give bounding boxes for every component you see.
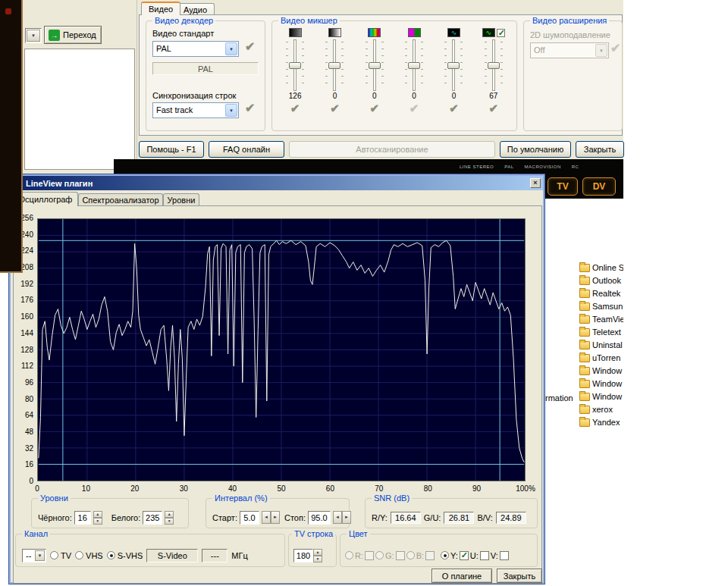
folder-item[interactable]: Window (579, 364, 623, 377)
start-spinner[interactable]: ◄► (262, 511, 280, 524)
slider-thumb[interactable] (488, 62, 500, 69)
radio-svhs[interactable]: S-VHS (107, 551, 143, 560)
frequency-display: --- (202, 549, 228, 562)
close-plugin-label: Закрыть (504, 572, 535, 581)
checkbox-y[interactable] (460, 551, 469, 560)
video-standard-value: PAL (156, 44, 171, 53)
apply-check-icon[interactable]: ✔ (245, 101, 255, 115)
autoscan-button: Автосканирование (289, 141, 495, 158)
about-plugin-button[interactable]: О плагине (431, 569, 492, 583)
folder-item[interactable]: xerox (579, 403, 623, 415)
stop-label: Стоп: (284, 513, 306, 522)
mixer-slider[interactable] (405, 39, 423, 91)
close-plugin-button[interactable]: Закрыть (497, 569, 542, 583)
mixer-slider[interactable] (444, 39, 463, 91)
folder-item[interactable]: TeamVie (579, 312, 623, 325)
folder-item[interactable]: Uninstal (579, 338, 623, 351)
stop-input[interactable]: 95.0 (308, 511, 331, 525)
dv-button[interactable]: DV (582, 177, 616, 196)
title-bar[interactable]: LineView плагин × (11, 176, 543, 190)
help-button[interactable]: Помощь - F1 (139, 141, 204, 158)
radio-tv[interactable]: TV (50, 551, 71, 560)
slider-thumb[interactable] (369, 62, 381, 69)
faq-button[interactable]: FAQ онлайн (209, 141, 284, 158)
go-arrow-icon: → (49, 30, 60, 41)
black-level-input[interactable]: 16 (74, 511, 91, 525)
mixer-slider[interactable] (485, 39, 503, 91)
mixer-slider[interactable] (325, 39, 344, 91)
checkbox-v[interactable] (500, 551, 509, 560)
sync-combo[interactable]: Fast track ▼ (152, 102, 239, 118)
folder-item[interactable]: Yandex (579, 415, 623, 428)
tab-video[interactable]: Видео (141, 2, 180, 15)
radio-y[interactable] (441, 551, 449, 559)
tv-button[interactable]: TV (548, 177, 578, 196)
sharpness-icon (447, 28, 460, 37)
tab-video-label: Видео (149, 5, 173, 14)
dv-button-label: DV (593, 181, 606, 192)
group-title: Канал (22, 529, 50, 539)
folder-label: Uninstal (592, 340, 623, 349)
tv-button-label: TV (557, 181, 568, 192)
tab-levels[interactable]: Уровни (163, 193, 199, 206)
white-level-spinner[interactable]: ▲▼ (165, 511, 174, 525)
channel-combo[interactable]: -- ▼ (22, 549, 46, 562)
y-axis-label: 32 (14, 444, 36, 453)
folder-label: Window (592, 379, 622, 388)
apply-check-icon[interactable]: ✔ (370, 102, 380, 115)
tab-levels-label: Уровни (168, 196, 196, 205)
chevron-down-icon[interactable]: ▼ (225, 42, 237, 55)
slider-thumb[interactable] (289, 62, 301, 69)
start-input[interactable]: 5.0 (240, 511, 259, 525)
folder-item[interactable]: Outlook (579, 274, 623, 287)
radio-vhs[interactable]: VHS (75, 551, 103, 560)
apply-check-icon[interactable]: ✔ (449, 102, 459, 115)
folder-item[interactable]: Window (579, 390, 623, 403)
interval-group: Интервал (%) Старт: 5.0 ◄► Стоп: 95.0 ◄► (206, 498, 350, 528)
radio-icon[interactable] (75, 551, 83, 559)
checkbox-u[interactable] (480, 551, 489, 560)
tv-line-spinner[interactable]: ▲▼ (313, 549, 322, 562)
chevron-down-icon[interactable]: ▼ (35, 550, 45, 561)
black-level-spinner[interactable]: ▲▼ (93, 511, 102, 525)
apply-check-icon[interactable]: ✔ (245, 39, 255, 54)
radio-svhs-label: S-VHS (118, 551, 143, 560)
apply-check-icon[interactable]: ✔ (330, 102, 340, 115)
slider-thumb[interactable] (447, 62, 460, 69)
radio-icon[interactable] (107, 551, 115, 559)
mixer-slider[interactable] (286, 39, 304, 91)
color-group: Цвет R: G: B: Y: U: V: (340, 534, 538, 567)
folder-item[interactable]: Window (579, 377, 623, 390)
slider-thumb[interactable] (408, 62, 420, 69)
chevron-down-icon[interactable]: ▼ (225, 104, 237, 117)
noise-reduction-label: 2D шумоподавление (530, 30, 610, 39)
apply-check-icon[interactable]: ✔ (290, 102, 300, 115)
folder-item[interactable]: Online S (579, 261, 623, 274)
video-standard-combo[interactable]: PAL ▼ (152, 41, 239, 57)
folder-item[interactable]: Teletext (579, 325, 623, 338)
apply-check-icon[interactable]: ✔ (489, 102, 499, 115)
white-level-input[interactable]: 235 (143, 511, 162, 525)
slider-thumb[interactable] (328, 62, 340, 69)
tab-spectrum-analyzer[interactable]: Спектроанализатор (78, 193, 163, 206)
folder-item[interactable]: Samsun (579, 299, 623, 312)
gain-icon (482, 28, 495, 37)
tab-audio[interactable]: Аудио (176, 3, 215, 15)
video-input-display: S-Video (146, 549, 198, 562)
mixer-enable-checkbox[interactable] (497, 29, 505, 37)
close-icon[interactable]: × (530, 178, 541, 188)
mixer-slider[interactable] (366, 39, 384, 91)
go-button[interactable]: → Переход (44, 26, 102, 44)
stop-spinner[interactable]: ◄► (333, 511, 351, 524)
folder-icon (579, 367, 590, 375)
folder-item[interactable]: uTorren (579, 351, 623, 364)
defaults-button[interactable]: По умолчанию (500, 141, 571, 158)
folder-item[interactable]: Realtek (579, 287, 623, 299)
snr-label: B/V: (477, 513, 492, 522)
tv-line-input[interactable]: 180 (293, 549, 313, 562)
radio-icon[interactable] (50, 551, 58, 559)
dropdown-button[interactable]: ▼ (25, 28, 42, 43)
close-button[interactable]: Закрыть (576, 141, 624, 158)
apply-check-icon[interactable]: ✔ (410, 102, 419, 115)
y-axis-label: 176 (14, 296, 36, 305)
